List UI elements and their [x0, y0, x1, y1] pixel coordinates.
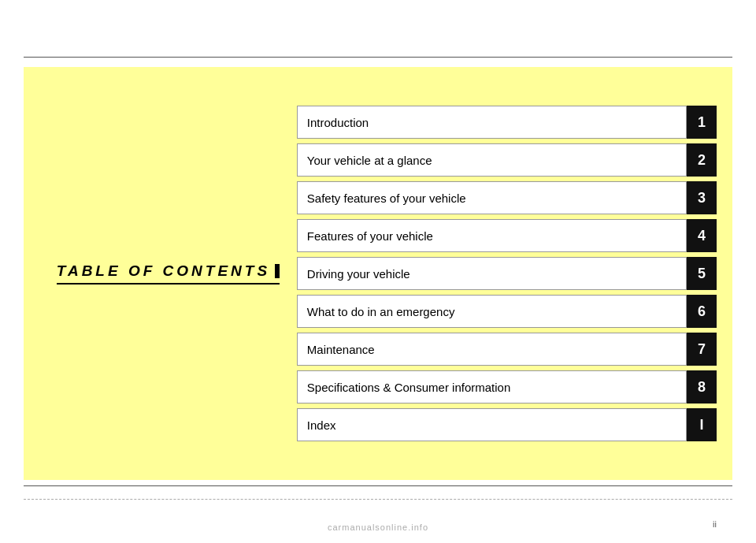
- toc-item-label: Your vehicle at a glance: [297, 143, 687, 177]
- table-row[interactable]: Features of your vehicle4: [297, 219, 717, 252]
- table-row[interactable]: What to do in an emergency6: [297, 295, 717, 328]
- toc-item-label: Index: [297, 408, 687, 441]
- toc-list: Introduction1Your vehicle at a glance2Sa…: [297, 106, 717, 441]
- table-row[interactable]: Driving your vehicle5: [297, 257, 717, 290]
- page-number: ii: [713, 519, 717, 529]
- toc-item-number: 6: [687, 295, 717, 328]
- left-panel: TABLE OF CONTENTS: [39, 91, 297, 456]
- toc-item-number: 2: [687, 143, 717, 177]
- toc-item-label: Introduction: [297, 106, 687, 139]
- toc-item-number: 8: [687, 370, 717, 404]
- toc-cursor: [275, 264, 280, 278]
- table-row[interactable]: Safety features of your vehicle3: [297, 181, 717, 214]
- toc-title: TABLE OF CONTENTS: [57, 262, 280, 285]
- toc-item-label: What to do in an emergency: [297, 295, 687, 328]
- table-row[interactable]: Introduction1: [297, 106, 717, 139]
- toc-item-label: Maintenance: [297, 333, 687, 366]
- table-row[interactable]: Maintenance7: [297, 333, 717, 366]
- watermark-text: carmanualsonline.info: [328, 523, 428, 532]
- table-row[interactable]: Your vehicle at a glance2: [297, 143, 717, 177]
- toc-item-number: 4: [687, 219, 717, 252]
- main-content-area: TABLE OF CONTENTS Introduction1Your vehi…: [24, 67, 732, 480]
- toc-item-number: 3: [687, 181, 717, 214]
- toc-item-number: 7: [687, 333, 717, 366]
- dashed-divider: [24, 499, 732, 500]
- toc-item-label: Specifications & Consumer information: [297, 370, 687, 404]
- table-row[interactable]: IndexI: [297, 408, 717, 441]
- toc-item-number: 5: [687, 257, 717, 290]
- toc-item-number: 1: [687, 106, 717, 139]
- toc-item-label: Safety features of your vehicle: [297, 181, 687, 214]
- toc-item-label: Features of your vehicle: [297, 219, 687, 252]
- top-divider: [24, 57, 732, 58]
- toc-item-number: I: [687, 408, 717, 441]
- toc-item-label: Driving your vehicle: [297, 257, 687, 290]
- bottom-divider: [24, 485, 732, 486]
- toc-title-text: TABLE OF CONTENTS: [57, 262, 270, 280]
- table-row[interactable]: Specifications & Consumer information8: [297, 370, 717, 404]
